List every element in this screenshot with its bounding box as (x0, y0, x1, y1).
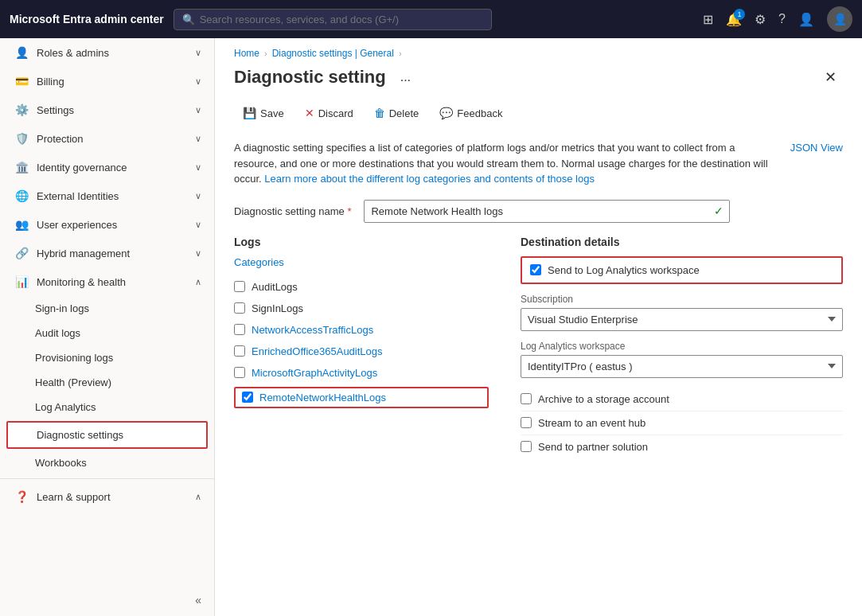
enriched-office-checkbox[interactable] (234, 345, 245, 357)
json-view-link[interactable]: JSON View (790, 142, 843, 154)
close-button[interactable]: ✕ (818, 65, 843, 89)
chevron-down-icon: ∨ (195, 134, 201, 144)
send-to-log-analytics-checkbox[interactable] (530, 264, 541, 275)
delete-label: Delete (389, 107, 419, 119)
delete-button[interactable]: 🗑 Delete (365, 102, 428, 124)
subscription-label: Subscription (521, 294, 843, 305)
learn-support-icon: ❓ (15, 490, 29, 503)
sidebar-collapse-button[interactable]: « (189, 591, 208, 610)
stream-event-hub-option: Stream to an event hub (521, 411, 843, 435)
sign-in-logs-label[interactable]: SignInLogs (252, 302, 303, 314)
chevron-down-icon: ∨ (195, 105, 201, 115)
remote-network-health-label[interactable]: RemoteNetworkHealthLogs (259, 392, 386, 404)
chevron-down-icon: ∨ (195, 220, 201, 230)
sidebar-item-learn-support[interactable]: ❓ Learn & support ∧ (0, 482, 214, 511)
sign-in-logs-checkbox[interactable] (234, 302, 245, 314)
sidebar-item-monitoring-health[interactable]: 📊 Monitoring & health ∧ (0, 267, 214, 296)
sidebar-item-health-preview[interactable]: Health (Preview) (0, 370, 214, 395)
sidebar-item-label: Settings (37, 104, 74, 116)
archive-storage-label[interactable]: Archive to a storage account (538, 393, 669, 405)
sidebar-item-billing[interactable]: 💳 Billing ∨ (0, 67, 214, 96)
send-to-log-analytics-label[interactable]: Send to Log Analytics workspace (548, 264, 700, 276)
sidebar-item-identity-governance[interactable]: 🏛️ Identity governance ∨ (0, 153, 214, 181)
send-partner-option: Send to partner solution (521, 435, 843, 458)
sidebar-item-workbooks[interactable]: Workbooks (0, 450, 214, 475)
send-partner-checkbox[interactable] (521, 441, 532, 452)
help-icon[interactable]: ? (778, 12, 786, 26)
user-experiences-icon: 👥 (15, 218, 29, 231)
billing-icon: 💳 (15, 75, 29, 88)
audit-logs-checkbox[interactable] (234, 281, 245, 292)
app-brand: Microsoft Entra admin center (10, 13, 164, 25)
breadcrumb-diagnostic-settings[interactable]: Diagnostic settings | General (272, 48, 394, 59)
top-navigation: Microsoft Entra admin center 🔍 ⊞ 🔔 1 ⚙ ?… (0, 0, 862, 38)
sidebar-item-settings[interactable]: ⚙️ Settings ∨ (0, 96, 214, 124)
sidebar-item-protection[interactable]: 🛡️ Protection ∨ (0, 124, 214, 153)
diagnostic-setting-name-label: Diagnostic setting name * (234, 205, 351, 217)
stream-event-hub-label[interactable]: Stream to an event hub (538, 417, 646, 429)
archive-storage-checkbox[interactable] (521, 393, 532, 404)
chevron-down-icon: ∨ (195, 48, 201, 58)
destination-section-title: Destination details (521, 236, 843, 248)
send-partner-label[interactable]: Send to partner solution (538, 441, 648, 453)
categories-label: Categories (234, 256, 489, 268)
subscription-select[interactable]: Visual Studio Enterprise (521, 308, 843, 331)
enriched-office-label[interactable]: EnrichedOffice365AuditLogs (252, 345, 383, 357)
notifications-icon[interactable]: 🔔 1 (726, 12, 742, 27)
save-button[interactable]: 💾 Save (234, 102, 293, 124)
search-input[interactable] (200, 14, 483, 25)
feedback-icon[interactable]: 👤 (798, 12, 814, 27)
sidebar-item-label: Hybrid management (37, 248, 130, 259)
discard-button[interactable]: ✕ Discard (296, 102, 362, 124)
microsoft-graph-item: MicrosoftGraphActivityLogs (234, 362, 489, 384)
remote-network-health-checkbox[interactable] (242, 392, 253, 403)
sidebar-item-diagnostic-settings[interactable]: Diagnostic settings (6, 421, 208, 449)
ellipsis-button[interactable]: ... (394, 67, 417, 88)
audit-logs-label[interactable]: AuditLogs (252, 281, 298, 293)
microsoft-graph-label[interactable]: MicrosoftGraphActivityLogs (252, 367, 377, 379)
breadcrumb-home[interactable]: Home (234, 48, 259, 59)
sidebar-item-label: Monitoring & health (37, 276, 126, 288)
search-container[interactable]: 🔍 (174, 9, 492, 30)
network-access-checkbox[interactable] (234, 324, 245, 335)
sidebar-item-label: User experiences (37, 219, 117, 231)
sidebar-item-label: Billing (37, 76, 64, 88)
log-analytics-workspace-select[interactable]: IdentityITPro ( eastus ) (521, 355, 843, 378)
diagnostic-setting-name-field: Diagnostic setting name * ✓ (215, 197, 862, 236)
diagnostic-setting-name-input[interactable] (364, 200, 730, 223)
sidebar-item-audit-logs[interactable]: Audit logs (0, 321, 214, 345)
stream-event-hub-checkbox[interactable] (521, 417, 532, 428)
logs-section-title: Logs (234, 236, 489, 248)
log-analytics-workspace-group: Log Analytics workspace IdentityITPro ( … (521, 341, 843, 378)
portal-settings-icon[interactable]: ⊞ (703, 12, 713, 27)
discard-icon: ✕ (305, 107, 314, 119)
sidebar-item-external-identities[interactable]: 🌐 External Identities ∨ (0, 181, 214, 210)
sidebar-item-label: Learn & support (37, 491, 111, 503)
input-valid-icon: ✓ (714, 205, 724, 217)
network-access-label[interactable]: NetworkAccessTrafficLogs (252, 324, 373, 336)
sidebar-item-log-analytics[interactable]: Log Analytics (0, 395, 214, 419)
required-indicator: * (347, 205, 351, 217)
feedback-label: Feedback (457, 107, 502, 119)
chevron-down-icon: ∨ (195, 162, 201, 173)
sub-item-label: Sign-in logs (35, 302, 89, 314)
learn-more-link[interactable]: Learn more about the different log categ… (264, 173, 595, 185)
sidebar-item-roles[interactable]: 👤 Roles & admins ∨ (0, 38, 214, 67)
notification-badge: 1 (734, 9, 745, 20)
feedback-icon-btn: 💬 (439, 107, 453, 119)
settings-icon[interactable]: ⚙ (755, 12, 766, 27)
sidebar-item-sign-in-logs[interactable]: Sign-in logs (0, 296, 214, 321)
feedback-button[interactable]: 💬 Feedback (431, 102, 511, 124)
sidebar-item-provisioning-logs[interactable]: Provisioning logs (0, 345, 214, 370)
destination-column: Destination details Send to Log Analytic… (521, 236, 843, 458)
sidebar-item-label: Identity governance (37, 162, 127, 173)
search-icon: 🔍 (182, 14, 195, 25)
chevron-up-icon: ∧ (195, 492, 201, 502)
identity-governance-icon: 🏛️ (15, 161, 29, 173)
sidebar-item-hybrid-management[interactable]: 🔗 Hybrid management ∨ (0, 239, 214, 267)
audit-logs-item: AuditLogs (234, 276, 489, 298)
collapse-icon: « (195, 594, 201, 606)
sidebar-item-user-experiences[interactable]: 👥 User experiences ∨ (0, 210, 214, 239)
microsoft-graph-checkbox[interactable] (234, 367, 245, 378)
avatar[interactable]: 👤 (827, 6, 852, 32)
